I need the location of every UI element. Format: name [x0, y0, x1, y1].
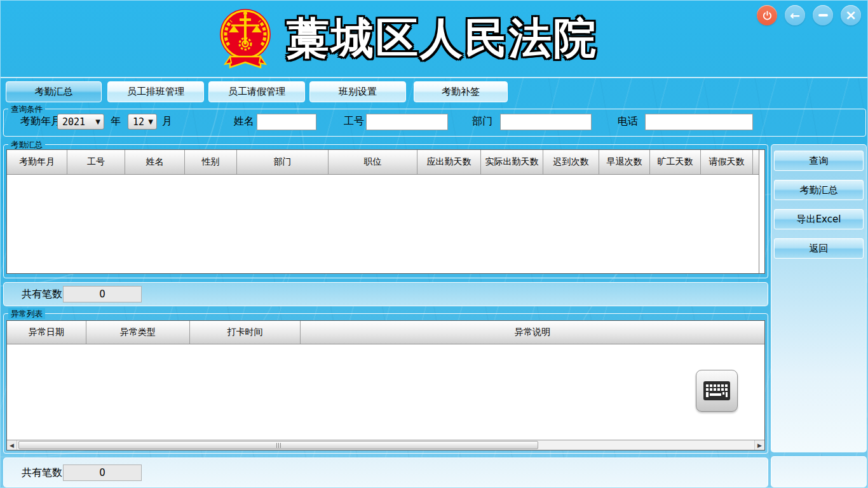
tab-leave-management[interactable]: 员工请假管理	[208, 81, 305, 102]
col-position[interactable]: 职位	[329, 150, 417, 174]
col-exception-type[interactable]: 异常类型	[86, 321, 190, 344]
summary-table-header: 考勤年月 工号 姓名 性别 部门 职位 应出勤天数 实际出勤天数 迟到次数 早退…	[7, 150, 759, 175]
close-icon[interactable]: ×	[841, 5, 861, 25]
phone-label: 电话	[618, 113, 638, 130]
power-icon[interactable]	[757, 5, 777, 25]
exception-count-panel: 共有笔数: 0	[3, 458, 768, 487]
scrollbar-track[interactable]	[17, 440, 754, 450]
month-unit-label: 月	[162, 113, 172, 130]
scroll-right-icon[interactable]: ▶	[754, 440, 764, 450]
department-label: 部门	[472, 113, 492, 130]
col-employee-id[interactable]: 工号	[67, 150, 125, 174]
action-sidebar: 查询 考勤汇总 导出Excel 返回	[771, 144, 867, 452]
col-absent-days[interactable]: 旷工天数	[650, 150, 701, 174]
exception-table-body[interactable]	[7, 344, 764, 440]
exception-group-label: 异常列表	[8, 308, 45, 319]
month-select-value: 12	[128, 116, 145, 128]
exception-table-header: 异常日期 异常类型 打卡时间 异常说明	[7, 321, 764, 344]
col-due-days[interactable]: 应出勤天数	[417, 150, 481, 174]
query-button[interactable]: 查询	[774, 151, 864, 171]
court-emblem-icon	[219, 6, 272, 71]
attendance-summary-table: 考勤年月 工号 姓名 性别 部门 职位 应出勤天数 实际出勤天数 迟到次数 早退…	[6, 149, 765, 274]
chevron-down-icon: ▼	[92, 118, 104, 125]
attendance-summary-button[interactable]: 考勤汇总	[774, 180, 864, 200]
back-arrow-icon[interactable]: ←	[785, 5, 805, 25]
col-leave-days[interactable]: 请假天数	[701, 150, 753, 174]
window-controls: ← ×	[757, 5, 861, 25]
close-glyph: ×	[845, 8, 857, 22]
app-header: 藁城区人民法院 ← ×	[1, 1, 868, 77]
col-late-count[interactable]: 迟到次数	[543, 150, 599, 174]
exception-count-label: 共有笔数:	[22, 466, 65, 479]
col-gender[interactable]: 性别	[185, 150, 237, 174]
col-department[interactable]: 部门	[237, 150, 329, 174]
summary-count-value: 0	[63, 286, 142, 302]
attendance-month-label: 考勤年月	[20, 113, 61, 130]
col-punch-time[interactable]: 打卡时间	[190, 321, 301, 344]
query-conditions-group: 查询条件 考勤年月 2021 ▼ 年 12 ▼ 月 姓名 工号 部门 电话	[3, 109, 866, 137]
year-select-value: 2021	[58, 116, 92, 128]
tab-attendance-summary[interactable]: 考勤汇总	[6, 81, 102, 102]
header-divider	[1, 77, 868, 78]
employee-id-label: 工号	[344, 113, 364, 130]
page-title: 藁城区人民法院	[287, 7, 598, 71]
back-glyph: ←	[790, 10, 800, 22]
summary-group-label: 考勤汇总	[8, 139, 45, 150]
summary-table-body[interactable]	[7, 175, 759, 273]
sidebar-corner-panel	[771, 456, 867, 487]
name-input[interactable]	[257, 114, 316, 130]
col-actual-days[interactable]: 实际出勤天数	[481, 150, 543, 174]
col-exception-date[interactable]: 异常日期	[7, 321, 86, 344]
scrollbar-grip-icon	[276, 443, 281, 448]
summary-count-panel: 共有笔数: 0	[3, 282, 768, 306]
export-excel-button[interactable]: 导出Excel	[774, 209, 864, 229]
year-select[interactable]: 2021 ▼	[57, 114, 104, 130]
phone-input[interactable]	[645, 114, 753, 130]
year-unit-label: 年	[111, 113, 121, 130]
employee-id-input[interactable]	[366, 114, 448, 130]
tab-shift-settings[interactable]: 班别设置	[309, 81, 406, 102]
scroll-left-icon[interactable]: ◀	[7, 440, 17, 450]
minimize-icon[interactable]	[813, 5, 833, 25]
month-select[interactable]: 12 ▼	[128, 114, 157, 130]
exception-horizontal-scrollbar[interactable]: ◀ ▶	[7, 440, 764, 450]
tab-attendance-makeup[interactable]: 考勤补签	[414, 81, 508, 102]
summary-count-label: 共有笔数:	[22, 288, 65, 301]
exception-count-value: 0	[63, 464, 142, 481]
col-name[interactable]: 姓名	[125, 150, 185, 174]
col-exception-description[interactable]: 异常说明	[301, 321, 764, 344]
chevron-down-icon: ▼	[145, 118, 156, 125]
return-button[interactable]: 返回	[774, 238, 864, 259]
keyboard-icon[interactable]	[696, 370, 738, 412]
summary-vertical-scrollbar[interactable]	[759, 150, 764, 273]
col-attendance-month[interactable]: 考勤年月	[7, 150, 67, 174]
name-label: 姓名	[234, 113, 254, 130]
col-filler	[753, 150, 759, 174]
tab-shift-management[interactable]: 员工排班管理	[107, 81, 204, 102]
col-early-leave-count[interactable]: 早退次数	[599, 150, 650, 174]
attendance-summary-group: 考勤汇总 考勤年月 工号 姓名 性别 部门 职位 应出勤天数 实际出勤天数 迟到…	[3, 144, 768, 278]
exception-list-group: 异常列表 异常日期 异常类型 打卡时间 异常说明	[3, 313, 768, 454]
app-window: 藁城区人民法院 ← × 考勤汇总 员工排班管理 员工请假管理 班别设置 考勤补签…	[0, 0, 868, 488]
department-input[interactable]	[500, 114, 592, 130]
minimize-glyph	[818, 14, 828, 17]
exception-table: 异常日期 异常类型 打卡时间 异常说明	[6, 320, 765, 451]
scrollbar-thumb[interactable]	[18, 441, 538, 449]
